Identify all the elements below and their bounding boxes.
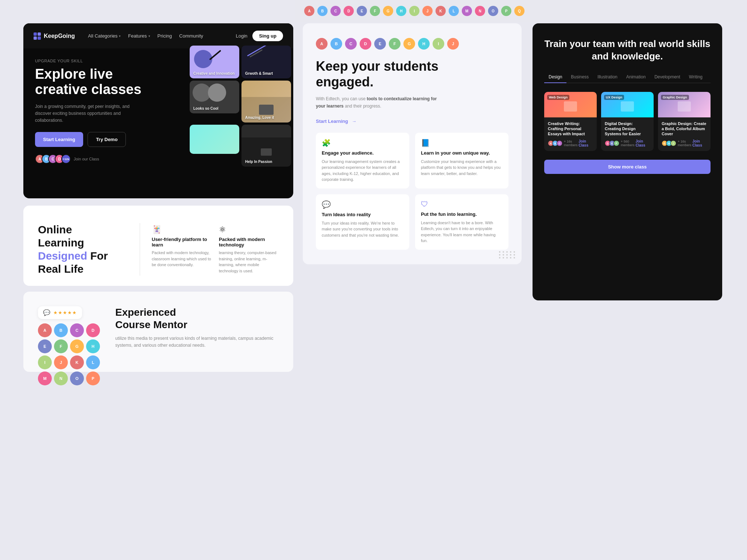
hero-badge: UPGRADE YOUR SKILL [35,59,282,63]
feature-card-desc: Customize your learning experience with … [421,159,503,177]
try-demo-button[interactable]: Try Demo [88,132,126,147]
join-class-link[interactable]: Join Class [635,139,650,147]
online-learning-section: Online Learning Designed For Real Life 🃏… [23,206,293,286]
join-class-link[interactable]: Join Class [692,139,707,147]
avatar: P [501,6,511,16]
nav-pricing[interactable]: Pricing [158,33,172,39]
mentor-title: Experienced Course Mentor [115,306,279,331]
atom-icon: ⚛ [219,225,279,234]
cards-icon: 🃏 [152,225,212,234]
course-meta: A B C + 16s members Join Class [548,139,593,147]
avatar: B [54,323,68,337]
feature-card-title: Put the fun into learning. [421,211,503,217]
tab-business[interactable]: Business [566,71,593,83]
course-title: Digital Design: Creating Design Systems … [605,121,650,137]
avatar: D [344,6,354,16]
join-class-link[interactable]: Join Class [578,139,593,147]
feature-card-fun: 🛡 Put the fun into learning. Learning do… [415,194,508,250]
feature-card-learn: 📘 Learn in your own unique way. Customiz… [415,133,508,188]
tab-design[interactable]: Design [544,71,566,83]
students-engaged-panel: A B C D E F G H I J Keep your students e… [303,23,522,264]
avatar: B [330,38,342,50]
avatar: I [38,355,52,369]
right-cta[interactable]: Start Learning → [316,118,508,124]
start-learning-button[interactable]: Start Learning [35,132,83,147]
avatar: O [70,372,84,385]
chat-icon: 💬 [322,200,403,209]
mentor-text: Experienced Course Mentor utilize this m… [115,306,279,349]
avatar: K [70,355,84,369]
train-tabs: Design Business Illustration Animation D… [544,71,711,83]
course-avatars: D E F [605,140,619,146]
mentor-avatars: 💬 ★★★★★ A B C D E F G H I J K L M N O P [38,306,104,385]
online-learning-text: Online Learning Designed For Real Life [38,223,140,276]
book-icon: 📘 [421,139,503,147]
course-meta: D E F + 560 members Join Class [605,139,650,147]
feature-card-engage: 🧩 Engage your audience. Our learning man… [316,133,409,188]
course-members: + 560 members [621,140,635,147]
logo: KeepGoing [34,32,75,40]
course-avatars: A B C [548,140,562,146]
avatar: F [370,6,380,16]
nav-community[interactable]: Community [179,33,203,39]
avatar: E [374,38,386,50]
chat-icon: 💬 [43,309,50,316]
feature-item: 🃏 User-friendly platform to learn Packed… [152,225,212,274]
course-card: Graphic Design Graphic Design: Create a … [658,92,711,151]
students-engaged-desc: With Edtech, you can use tools to contex… [316,96,447,109]
nav-all-categories[interactable]: All Categories ▾ [88,33,121,39]
course-card: UX Design Digital Design: Creating Desig… [601,92,654,151]
avatar: J [54,355,68,369]
tab-development[interactable]: Development [650,71,685,83]
puzzle-icon: 🧩 [322,139,403,147]
nav-features[interactable]: Features ▾ [128,33,150,39]
avatar-stack: A B C D +12k [35,154,71,164]
online-learning-layout: Online Learning Designed For Real Life 🃏… [38,223,279,268]
course-members: + 16s members [678,140,692,147]
avatar: C [557,140,562,146]
course-category: Web Design [547,95,569,100]
avatar: I [433,38,444,50]
mentor-desc: utilize this media to present various ki… [115,335,279,349]
tab-animation[interactable]: Animation [622,71,650,83]
join-text: Join our Class [74,157,99,161]
course-thumb: UX Design [601,92,654,117]
avatar: F [389,38,400,50]
signup-button[interactable]: Sing up [252,31,283,41]
avatar: M [462,6,472,16]
hero-panel: KeepGoing All Categories ▾ Features ▾ Pr… [23,23,293,198]
login-button[interactable]: Login [236,33,248,39]
avatar-grid: A B C D E F G H I J K L M N O P [38,323,104,385]
avatar: G [383,6,393,16]
star-rating: ★★★★★ [53,310,77,315]
feature-card-desc: Turn your ideas into reality. We're here… [322,220,403,238]
avatar: I [409,6,419,16]
avatar: L [86,355,100,369]
feature-card-title: Learn in your own unique way. [421,150,503,156]
feature-desc: Packed with modern technology, classroom… [152,250,212,268]
mentor-section: 💬 ★★★★★ A B C D E F G H I J K L M N O P … [23,292,293,372]
show-more-button[interactable]: Show more class [544,160,711,174]
arrow-right-icon: → [352,118,356,124]
rating-badge: 💬 ★★★★★ [38,306,82,319]
course-info: Creative Writing: Crafting Personal Essa… [544,117,597,151]
decorative-dots [499,251,516,258]
avatar: C [330,6,341,16]
avatar: D [86,323,100,337]
feature-desc: learning theory, computer-based training… [219,250,279,274]
chevron-down-icon: ▾ [148,34,150,38]
avatar: Q [514,6,525,16]
course-card: Web Design Creative Writing: Crafting Pe… [544,92,597,151]
avatar: H [418,38,430,50]
feature-title: User-friendly platform to learn [152,237,212,248]
hero-buttons: Start Learning Try Demo [35,132,282,147]
avatar: C [345,38,357,50]
tab-writing[interactable]: Writing [685,71,707,83]
features-grid: 🃏 User-friendly platform to learn Packed… [140,223,279,276]
avatar: M [38,372,52,385]
tab-illustration[interactable]: Illustration [593,71,622,83]
course-category: Graphic Design [661,95,689,100]
avatar: J [447,38,459,50]
feature-card-desc: Learning doesn't have to be a bore. With… [421,220,503,244]
students-engaged-title: Keep your students engaged. [316,58,454,90]
